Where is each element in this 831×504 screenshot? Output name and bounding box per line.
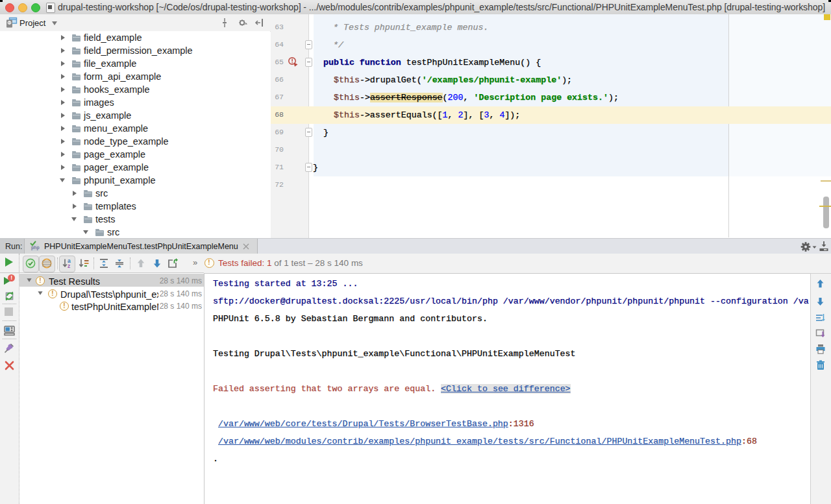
svg-text:z: z bbox=[68, 263, 70, 269]
